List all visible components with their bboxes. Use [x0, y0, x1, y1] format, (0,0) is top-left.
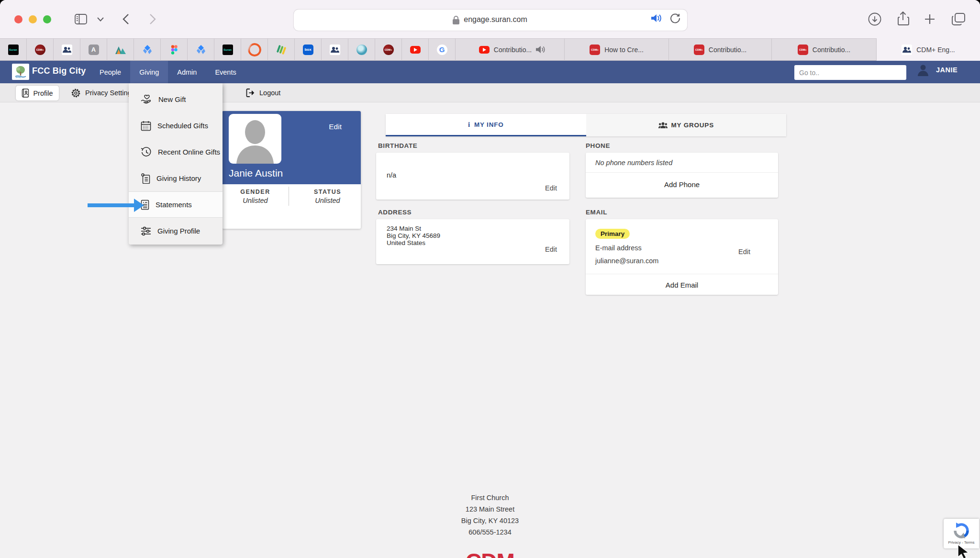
- address-card: 234 Main St Big City, KY 45689 United St…: [376, 219, 569, 264]
- avatar: [229, 114, 281, 164]
- receipt-icon: [141, 173, 150, 184]
- profile-edit-link[interactable]: Edit: [329, 123, 342, 131]
- nav-item-admin[interactable]: Admin: [168, 61, 206, 83]
- forward-icon[interactable]: [149, 13, 156, 25]
- menu-item-giving-profile[interactable]: Giving Profile: [129, 218, 223, 244]
- tab-my-info[interactable]: i MY INFO: [386, 114, 586, 136]
- pinned-tab-suran[interactable]: Suran: [0, 38, 27, 61]
- goto-search-input[interactable]: [794, 65, 906, 80]
- pinned-tab-cdm-plus-2[interactable]: CDM+: [375, 38, 402, 61]
- recaptcha-badge[interactable]: Privacy - Terms: [944, 519, 979, 548]
- footer-line: 123 Main Street: [0, 503, 980, 515]
- pinned-tab-figma[interactable]: [161, 38, 188, 61]
- recaptcha-label[interactable]: Privacy - Terms: [948, 540, 975, 545]
- pinned-tab-jira[interactable]: [134, 38, 161, 61]
- user-menu[interactable]: JANIE: [917, 64, 958, 76]
- pinned-tab-cdm-plus[interactable]: CDM+: [27, 38, 54, 61]
- tab-label: MY INFO: [474, 121, 504, 128]
- tab-label: Contributio...: [494, 46, 532, 54]
- tab-overview-icon[interactable]: [951, 12, 966, 26]
- audio-playing-icon[interactable]: [651, 13, 662, 23]
- divider: [586, 172, 778, 173]
- subnav-item-profile[interactable]: Profile: [16, 86, 59, 100]
- zoom-window-button[interactable]: [43, 15, 51, 23]
- status-field: STATUS Unlisted: [294, 189, 361, 204]
- hand-heart-icon: [141, 94, 152, 105]
- chevron-down-icon[interactable]: [97, 17, 104, 22]
- address-edit-link[interactable]: Edit: [545, 246, 557, 253]
- footer-line: 606/555-1234: [0, 526, 980, 538]
- youtube-favicon: [479, 46, 490, 54]
- pinned-tab-jira-2[interactable]: [188, 38, 214, 61]
- stripes-favicon: [276, 45, 287, 55]
- phone-empty-note: No phone numbers listed: [595, 159, 672, 167]
- pinned-tab-suran-2[interactable]: Suran: [214, 38, 241, 61]
- pinned-tab-orange-ring[interactable]: [241, 38, 268, 61]
- calendar-icon: [141, 121, 151, 131]
- subnav-label: Privacy Settings: [85, 89, 135, 97]
- pinned-tab-google[interactable]: G: [429, 38, 456, 61]
- pinned-tab-box[interactable]: box: [295, 38, 322, 61]
- email-section-title: EMAIL: [586, 209, 607, 216]
- pinned-tab-stripes[interactable]: [268, 38, 295, 61]
- share-icon[interactable]: [897, 11, 909, 26]
- cdm-plus-favicon: CDM+: [590, 45, 600, 55]
- birthdate-edit-link[interactable]: Edit: [545, 184, 557, 192]
- church-logo[interactable]: [12, 64, 29, 80]
- jira-favicon: [196, 45, 206, 55]
- tab-label: Contributio...: [709, 46, 746, 54]
- menu-item-label: Giving Profile: [157, 227, 200, 235]
- menu-item-giving-history[interactable]: Giving History: [129, 165, 223, 191]
- nav-item-people[interactable]: People: [90, 61, 130, 83]
- pinned-tab-letter-a[interactable]: A: [80, 38, 107, 61]
- new-tab-icon[interactable]: [924, 13, 936, 25]
- address-line: 234 Main St: [387, 225, 440, 232]
- add-phone-button[interactable]: Add Phone: [586, 180, 778, 189]
- pinned-tab-mountain[interactable]: [107, 38, 134, 61]
- person-name: Janie Austin: [229, 167, 283, 179]
- pinned-tab-youtube[interactable]: [402, 38, 429, 61]
- subnav-item-privacy-settings[interactable]: Privacy Settings: [71, 83, 135, 102]
- reload-icon[interactable]: [670, 13, 680, 23]
- sidebar-icon[interactable]: [75, 13, 87, 25]
- cdm-logo-clipped: CDM: [442, 550, 538, 558]
- tab-my-groups[interactable]: MY GROUPS: [586, 114, 787, 136]
- main-menu: People Giving Admin Events: [90, 61, 245, 83]
- nav-item-giving[interactable]: Giving: [130, 61, 168, 83]
- footer-line: First Church: [0, 492, 980, 503]
- tab-label: MY GROUPS: [671, 122, 714, 129]
- mountain-favicon: [115, 45, 126, 55]
- nav-item-events[interactable]: Events: [206, 61, 245, 83]
- subnav-label: Profile: [33, 89, 53, 97]
- sliders-icon: [141, 226, 151, 236]
- minimize-window-button[interactable]: [29, 15, 37, 23]
- email-value: julianne@suran.com: [595, 257, 658, 265]
- downloads-icon[interactable]: [868, 12, 881, 26]
- back-icon[interactable]: [122, 13, 129, 25]
- tab-contributions-2[interactable]: CDM+ Contributio...: [669, 38, 772, 61]
- subnav-item-logout[interactable]: Logout: [246, 83, 280, 102]
- letter-a-favicon: A: [89, 45, 99, 55]
- tab-cdm-engage-active[interactable]: CDM+ Eng...: [877, 38, 980, 61]
- email-edit-link[interactable]: Edit: [738, 248, 750, 256]
- menu-item-scheduled-gifts[interactable]: Scheduled Gifts: [129, 112, 223, 139]
- tab-contributions-3[interactable]: CDM+ Contributio...: [772, 38, 877, 61]
- menu-item-new-gift[interactable]: New Gift: [129, 86, 223, 112]
- tab-contributions-video[interactable]: Contributio...: [460, 38, 565, 61]
- close-window-button[interactable]: [14, 15, 22, 23]
- engage-people-favicon: [330, 45, 340, 55]
- pinned-tab-engage-2[interactable]: [322, 38, 348, 61]
- menu-item-recent-online-gifts[interactable]: Recent Online Gifts: [129, 139, 223, 165]
- speaker-icon: [536, 45, 546, 54]
- organization-name[interactable]: FCC Big City: [32, 66, 86, 76]
- url-text: engage.suran.com: [464, 15, 527, 24]
- birthdate-section-title: BIRTHDATE: [378, 142, 417, 149]
- person-profile-card: Janie Austin Edit GENDER Unlisted STATUS…: [222, 111, 361, 229]
- pinned-tab-teal-swirl[interactable]: [348, 38, 375, 61]
- pinned-tab-engage[interactable]: [54, 38, 80, 61]
- pointer-arrow: [88, 203, 134, 207]
- menu-item-label: Statements: [156, 201, 192, 209]
- add-email-button[interactable]: Add Email: [586, 281, 778, 289]
- tab-how-to-create[interactable]: CDM+ How to Cre...: [565, 38, 669, 61]
- gender-value: Unlisted: [222, 197, 289, 204]
